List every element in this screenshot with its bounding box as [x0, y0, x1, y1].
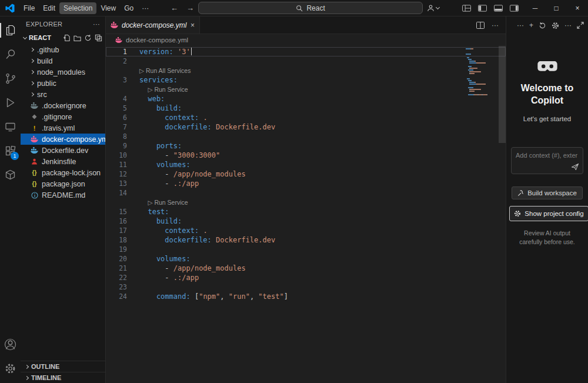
code-line: 5 build: [106, 104, 506, 113]
containers-icon[interactable] [0, 163, 21, 187]
file-item-package-lock-json[interactable]: {}package-lock.json [21, 167, 105, 178]
line-number: 15 [106, 207, 127, 217]
breadcrumb[interactable]: docker-compose.yml [106, 34, 506, 46]
line-number [106, 198, 127, 207]
docker-file-icon [111, 22, 118, 28]
file-label: docker-compose.yml [42, 135, 105, 144]
show-project-config-button[interactable]: Show project config [509, 206, 588, 221]
menu-overflow-icon[interactable]: ··· [138, 2, 153, 14]
file-item-package-json[interactable]: {}package.json [21, 178, 105, 189]
root-folder-react[interactable]: REACT [21, 31, 105, 44]
file-item--github[interactable]: .github [21, 44, 105, 55]
chevron-right-icon [30, 48, 34, 52]
file-item-build[interactable]: build [21, 55, 105, 66]
file-item-public[interactable]: public [21, 78, 105, 89]
file-item-readme-md[interactable]: README.md [21, 189, 105, 201]
timeline-section[interactable]: TIMELINE [21, 372, 105, 383]
menu-view[interactable]: View [96, 2, 120, 14]
expand-panel-icon[interactable] [577, 22, 584, 29]
copilot-logo-icon [537, 60, 558, 75]
extensions-icon[interactable]: 1 [0, 139, 21, 163]
build-workspace-button[interactable]: Build workspace [512, 186, 583, 199]
gear-icon[interactable] [552, 22, 559, 29]
menu-file[interactable]: File [19, 2, 39, 14]
panel-more-icon[interactable]: ··· [517, 21, 524, 29]
close-window-button[interactable]: × [567, 0, 588, 16]
chat-input[interactable]: Add context (#), exter [511, 147, 583, 174]
file-item-dockerfile-dev[interactable]: Dockerfile.dev [21, 145, 105, 156]
menu-selection[interactable]: Selection [59, 2, 96, 14]
code-line: 19 [106, 245, 506, 254]
code-editor[interactable]: 1version: '3'2▷ Run All Services3service… [106, 46, 506, 383]
line-number: 19 [106, 245, 127, 254]
history-icon[interactable] [539, 22, 546, 29]
chevron-right-icon [30, 81, 34, 85]
maximize-button[interactable]: □ [546, 0, 567, 16]
file-item-node-modules[interactable]: node_modules [21, 66, 105, 78]
new-chat-icon[interactable]: + [529, 21, 533, 29]
file-item--gitignore[interactable]: .gitignore [21, 111, 105, 122]
command-center-search[interactable]: React [198, 2, 423, 14]
minimap[interactable] [466, 48, 496, 96]
docker-file-icon [115, 37, 122, 43]
send-icon[interactable] [571, 163, 579, 171]
toggle-panel-icon[interactable] [494, 5, 503, 12]
search-value: React [306, 4, 325, 12]
customize-layout-icon[interactable] [462, 5, 471, 12]
new-folder-icon[interactable] [74, 34, 81, 42]
line-number: 17 [106, 226, 127, 235]
chevron-right-icon [25, 364, 29, 368]
codelens-action[interactable]: ▷ Run Service [139, 198, 188, 207]
editor-more-icon[interactable]: ··· [492, 21, 499, 29]
code-line: 11 volumes: [106, 160, 506, 169]
code-line: 2 [106, 56, 506, 66]
menu-edit[interactable]: Edit [39, 2, 59, 14]
editor-group: docker-compose.yml × ··· docker-compose.… [106, 16, 506, 383]
file-item--dockerignore[interactable]: .dockerignore [21, 100, 105, 111]
accounts-icon[interactable] [0, 332, 21, 357]
copilot-panel: ··· + ··· Welcome to Copilot Let's get s… [506, 16, 588, 383]
codelens-action[interactable]: ▷ Run Service [139, 85, 188, 94]
timeline-label: TIMELINE [31, 374, 61, 381]
panel-overflow-icon[interactable]: ··· [564, 21, 572, 29]
run-debug-icon[interactable] [0, 91, 21, 115]
file-item--travis-yml[interactable]: !.travis.yml [21, 122, 105, 134]
settings-gear-icon[interactable] [0, 357, 21, 381]
file-item-docker-compose-yml[interactable]: docker-compose.yml [21, 134, 105, 145]
file-label: public [37, 79, 56, 88]
code-line: 24 command: ["npm", "run", "test"] [106, 292, 506, 301]
menu-go[interactable]: Go [120, 2, 138, 14]
explorer-title: EXPLORER [26, 21, 62, 28]
outline-section[interactable]: OUTLINE [21, 361, 105, 372]
tab-docker-compose[interactable]: docker-compose.yml × [106, 16, 200, 34]
collapse-all-icon[interactable] [95, 34, 102, 42]
search-sidebar-icon[interactable] [0, 42, 21, 66]
line-number: 23 [106, 282, 127, 292]
line-number: 7 [106, 122, 127, 132]
codelens-action[interactable]: ▷ Run All Services [139, 66, 191, 75]
new-file-icon[interactable] [63, 34, 71, 42]
file-item-src[interactable]: src [21, 89, 105, 100]
forward-arrow-icon[interactable]: → [182, 4, 198, 12]
minimize-button[interactable]: ─ [524, 0, 546, 16]
toggle-secondary-sidebar-icon[interactable] [510, 5, 519, 12]
explorer-icon[interactable] [0, 18, 21, 42]
remote-explorer-icon[interactable] [0, 115, 21, 139]
line-number: 5 [106, 104, 127, 113]
file-item-jenkinsfile[interactable]: Jenkinsfile [21, 156, 105, 167]
split-editor-icon[interactable] [476, 22, 485, 29]
code-line: 15 test: [106, 207, 506, 217]
toggle-sidebar-icon[interactable] [478, 5, 487, 12]
copilot-welcome-title: Welcome to Copilot [514, 82, 580, 106]
code-line: 1version: '3' [106, 47, 506, 56]
close-tab-icon[interactable]: × [191, 21, 195, 29]
refresh-icon[interactable] [84, 34, 92, 42]
source-control-icon[interactable] [0, 66, 21, 91]
chevron-down-icon [23, 35, 27, 39]
explorer-more-icon[interactable]: ··· [93, 21, 100, 28]
code-line: 16 build: [106, 217, 506, 226]
extensions-badge: 1 [11, 152, 19, 160]
editor-scrollbar[interactable] [499, 46, 506, 143]
back-arrow-icon[interactable]: ← [166, 4, 182, 12]
copilot-menu[interactable] [423, 4, 443, 12]
